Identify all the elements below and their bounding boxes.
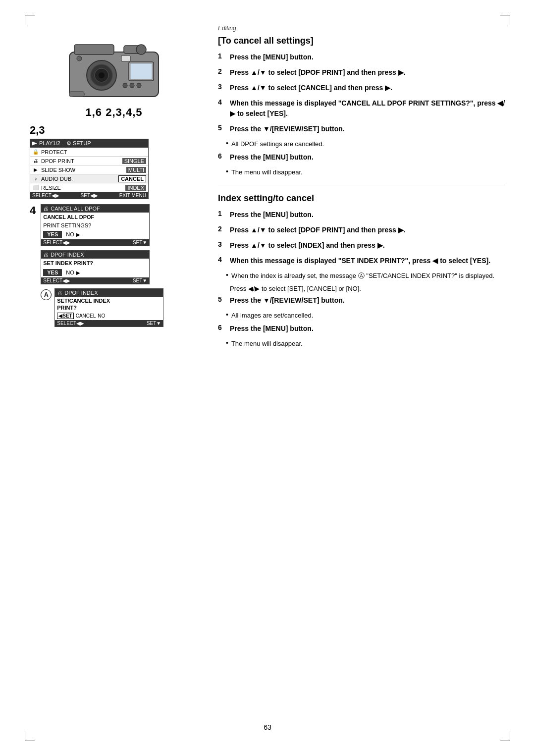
- step5-text: Press the ▼/[REVIEW/SET] button.: [230, 124, 505, 134]
- svg-rect-9: [130, 63, 152, 79]
- yn-no-cancel: NO: [66, 231, 74, 237]
- corner-tl: [25, 15, 35, 25]
- right-column: Editing [To cancel all settings] 1 Press…: [208, 25, 505, 711]
- s2-step3-text: Press ▲/▼ to select [INDEX] and then pre…: [230, 240, 505, 251]
- menu-footer-set: SET◀▶: [81, 193, 98, 198]
- yn-no-index: NO: [66, 270, 74, 275]
- menu-footer-select: SELECT◀▶: [32, 193, 59, 198]
- circle-a-label: A: [41, 289, 52, 300]
- step1-num: 1: [218, 52, 227, 60]
- svg-point-10: [136, 45, 146, 54]
- s2-step2-text: Press ▲/▼ to select [DPOF PRINT] and the…: [230, 225, 505, 235]
- s2-bullet6-dot: •: [226, 339, 228, 349]
- step3-num: 3: [218, 83, 227, 91]
- dpof-cancel-header-text: CANCEL ALL DPOF: [51, 206, 100, 212]
- play-icon: [32, 142, 37, 146]
- svg-rect-13: [137, 83, 141, 88]
- menu-footer-23: SELECT◀▶ SET◀▶ EXIT MENU: [30, 192, 148, 199]
- cancel-option: CANCEL: [76, 313, 96, 319]
- bullet5-text: All DPOF settings are cancelled.: [231, 139, 324, 149]
- section1-step3: 3 Press ▲/▼ to select [CANCEL] and then …: [218, 83, 505, 93]
- s2-step3-num: 3: [218, 240, 227, 248]
- dpof-index-a-footer-set: SET▼: [147, 321, 161, 326]
- svg-rect-1: [74, 45, 114, 54]
- step4-text: When this message is displayed "CANCEL A…: [230, 98, 505, 119]
- section1-step4: 4 When this message is displayed "CANCEL…: [218, 98, 505, 119]
- dpof-index-header-text: DPOF INDEX: [51, 252, 84, 258]
- yn-yes-cancel: YES: [43, 231, 62, 238]
- dpof-index-box: 🖨 DPOF INDEX SET INDEX PRINT? YES NO ▶ S…: [41, 250, 150, 284]
- menu-row-dpof: 🖨 DPOF PRINT SINGLE: [30, 157, 148, 165]
- svg-point-14: [77, 56, 82, 61]
- bullet6-text: The menu will disappear.: [231, 167, 303, 177]
- page-container: 1,6 2,3,4,5 2,3 PLAY1/2 ⚙ SETUP 🔒 PROTEC…: [0, 0, 535, 756]
- slideshow-value-multi: MULTI: [126, 167, 146, 173]
- dpof-index-footer-select: SELECT◀▶: [43, 278, 70, 283]
- svg-rect-12: [130, 83, 134, 88]
- dpof-index-yn: YES NO ▶: [41, 268, 149, 277]
- step6-text: Press the [MENU] button.: [230, 152, 505, 162]
- bullet5-dot: •: [226, 139, 228, 149]
- menu-row-resize: ⬜ RESIZE INDEX: [30, 183, 148, 192]
- yn-arrow-index: ▶: [76, 270, 80, 275]
- s2-step4-num: 4: [218, 256, 227, 264]
- step6-num: 6: [218, 152, 227, 160]
- dpof-label: DPOF PRINT: [41, 158, 121, 164]
- step4-num: 4: [218, 98, 227, 106]
- dpof-index-a-header: 🖨 DPOF INDEX: [55, 289, 163, 297]
- section1-bullet6: • The menu will disappear.: [218, 167, 505, 177]
- section1-step1: 1 Press the [MENU] button.: [218, 52, 505, 62]
- s2-bullet5-text: All images are set/cancelled.: [231, 311, 313, 321]
- main-layout: 1,6 2,3,4,5 2,3 PLAY1/2 ⚙ SETUP 🔒 PROTEC…: [30, 25, 505, 711]
- slideshow-label: SLIDE SHOW: [41, 167, 125, 173]
- dpof-icon: 🖨: [32, 158, 39, 164]
- yn-arrow-cancel: ▶: [76, 232, 80, 237]
- s2-step5-num: 5: [218, 295, 227, 303]
- s2-step2-num: 2: [218, 225, 227, 233]
- step2-num: 2: [218, 67, 227, 75]
- step-4-label: 4: [30, 204, 36, 217]
- step3-text: Press ▲/▼ to select [CANCEL] and then pr…: [230, 83, 505, 93]
- section2-step2: 2 Press ▲/▼ to select [DPOF PRINT] and t…: [218, 225, 505, 235]
- s2-step4-text: When this message is displayed "SET INDE…: [230, 256, 505, 266]
- section1-title: [To cancel all settings]: [218, 36, 505, 46]
- dpof-index-a-footer-select: SELECT◀▶: [57, 321, 84, 326]
- section2-bullet4a: • When the index is already set, the mes…: [218, 271, 505, 281]
- section1-bullet5: • All DPOF settings are cancelled.: [218, 139, 505, 149]
- dpof-cancel-msg: PRINT SETTINGS?: [41, 221, 149, 229]
- left-column: 1,6 2,3,4,5 2,3 PLAY1/2 ⚙ SETUP 🔒 PROTEC…: [30, 25, 208, 711]
- menu-footer-exit: EXIT MENU: [119, 193, 146, 198]
- audio-icon: ♪: [32, 175, 39, 182]
- no-option: NO: [98, 313, 105, 319]
- camera-illustration: [64, 35, 163, 104]
- dpof-cancel-yn: YES NO ▶: [41, 229, 149, 239]
- bullet4a-dot: •: [226, 271, 228, 281]
- section2-sub4a: Press ◀/▶ to select [SET], [CANCEL] or […: [218, 284, 505, 294]
- section2-step5: 5 Press the ▼/[REVIEW/SET] button.: [218, 295, 505, 306]
- section-divider: [218, 185, 505, 185]
- menu-row-slideshow: ▶ SLIDE SHOW MULTI: [30, 165, 148, 174]
- audio-label: AUDIO DUB.: [41, 176, 117, 182]
- menu-ui-23: PLAY1/2 ⚙ SETUP 🔒 PROTECT 🖨 DPOF PRINT S…: [30, 139, 149, 199]
- menu-row-protect: 🔒 PROTECT: [30, 148, 148, 157]
- s2-step1-num: 1: [218, 210, 227, 217]
- audio-value-cancel: CANCEL: [118, 175, 146, 182]
- dpof-cancel-title: CANCEL ALL DPOF: [41, 213, 149, 221]
- dpof-cancel-footer-set: SET▼: [133, 240, 147, 245]
- menu-header-text-23: PLAY1/2 ⚙ SETUP: [39, 140, 91, 147]
- section2-step3: 3 Press ▲/▼ to select [INDEX] and then p…: [218, 240, 505, 251]
- dpof-index-a-header-text: DPOF INDEX: [64, 290, 98, 296]
- svg-rect-11: [123, 83, 127, 88]
- bullet6-dot: •: [226, 167, 228, 177]
- s2-step6-text: Press the [MENU] button.: [230, 324, 505, 334]
- section2-step1: 1 Press the [MENU] button.: [218, 210, 505, 220]
- yn-yes-index: YES: [43, 269, 62, 276]
- s2-bullet5-dot: •: [226, 311, 228, 321]
- menu-header-23: PLAY1/2 ⚙ SETUP: [30, 139, 148, 148]
- s2-bullet6-text: The menu will disappear.: [231, 339, 303, 349]
- corner-bl: [25, 731, 35, 741]
- step2-text: Press ▲/▼ to select [DPOF PRINT] and the…: [230, 67, 505, 78]
- s2-step5-text: Press the ▼/[REVIEW/SET] button.: [230, 295, 505, 306]
- dpof-index-a-yn: ◀SET CANCEL NO: [55, 312, 163, 320]
- menu-row-audio: ♪ AUDIO DUB. CANCEL: [30, 174, 148, 183]
